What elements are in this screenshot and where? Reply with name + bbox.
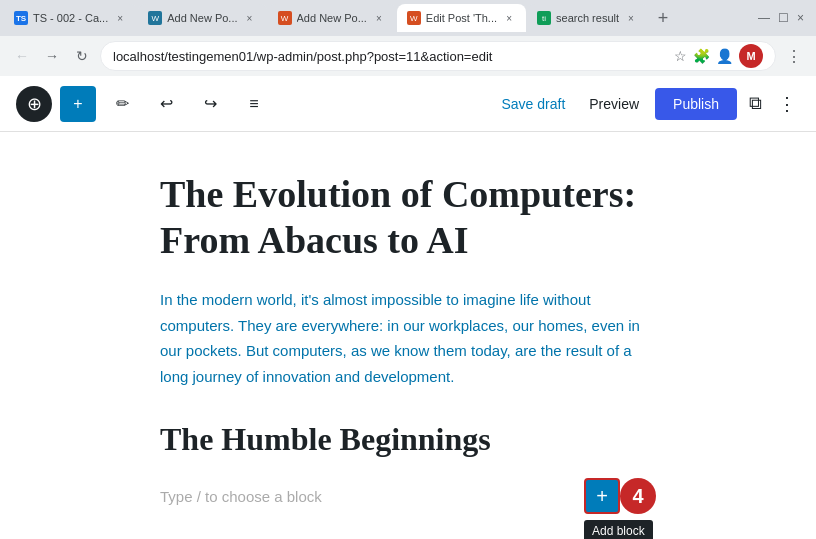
wp-toolbar: ⊕ + ✏ ↩ ↪ ≡ Save draft Preview Publish ⧉… <box>0 76 816 132</box>
url-icons: ☆ 🧩 👤 M <box>674 44 763 68</box>
list-icon: ≡ <box>249 95 258 113</box>
tab-addnew2[interactable]: W Add New Po... × <box>268 4 396 32</box>
undo-button[interactable]: ↩ <box>148 86 184 122</box>
post-title[interactable]: The Evolution of Computers: From Abacus … <box>160 172 656 263</box>
tab-search[interactable]: ti search result × <box>527 4 648 32</box>
block-placeholder[interactable]: Type / to choose a block <box>160 488 376 505</box>
save-draft-button[interactable]: Save draft <box>493 92 573 116</box>
reload-button[interactable]: ↻ <box>70 44 94 68</box>
add-block-toolbar-button[interactable]: + <box>60 86 96 122</box>
browser-menu-button[interactable]: ⋮ <box>782 47 806 66</box>
tab-favicon-wp2: W <box>278 11 292 25</box>
tab-label-editpost: Edit Post 'Th... <box>426 12 497 24</box>
tab-close-addnew1[interactable]: × <box>243 11 257 25</box>
editor-area: The Evolution of Computers: From Abacus … <box>0 132 816 539</box>
more-options-button[interactable]: ⋮ <box>774 89 800 119</box>
tab-ts002[interactable]: TS TS - 002 - Ca... × <box>4 4 137 32</box>
tab-close-addnew2[interactable]: × <box>372 11 386 25</box>
tab-close-editpost[interactable]: × <box>502 11 516 25</box>
address-bar: ← → ↻ localhost/testingemen01/wp-admin/p… <box>0 36 816 76</box>
tab-bar: TS TS - 002 - Ca... × W Add New Po... × … <box>0 0 816 36</box>
details-button[interactable]: ≡ <box>236 86 272 122</box>
add-block-tooltip: Add block <box>584 520 653 539</box>
edit-mode-button[interactable]: ✏ <box>104 86 140 122</box>
bookmark-icon[interactable]: ☆ <box>674 48 687 64</box>
tab-close-search[interactable]: × <box>624 11 638 25</box>
tab-favicon-edit: W <box>407 11 421 25</box>
tab-label-search: search result <box>556 12 619 24</box>
forward-button[interactable]: → <box>40 44 64 68</box>
minimize-icon[interactable]: — <box>758 11 770 25</box>
plus-icon: + <box>73 95 82 113</box>
url-bar[interactable]: localhost/testingemen01/wp-admin/post.ph… <box>100 41 776 71</box>
publish-button[interactable]: Publish <box>655 88 737 120</box>
tab-label-addnew1: Add New Po... <box>167 12 237 24</box>
tab-label-ts002: TS - 002 - Ca... <box>33 12 108 24</box>
tab-favicon-ts: TS <box>14 11 28 25</box>
tab-addnew1[interactable]: W Add New Po... × <box>138 4 266 32</box>
url-text: localhost/testingemen01/wp-admin/post.ph… <box>113 49 674 64</box>
tab-favicon-wp1: W <box>148 11 162 25</box>
window-controls: — ☐ × <box>758 11 812 25</box>
new-tab-button[interactable]: + <box>649 4 677 32</box>
view-toggle-button[interactable]: ⧉ <box>745 89 766 118</box>
undo-icon: ↩ <box>160 94 173 113</box>
profile-avatar[interactable]: M <box>739 44 763 68</box>
redo-icon: ↪ <box>204 94 217 113</box>
wp-logo[interactable]: ⊕ <box>16 86 52 122</box>
step-badge: 4 <box>620 478 656 514</box>
close-window-icon[interactable]: × <box>797 11 804 25</box>
tab-label-addnew2: Add New Po... <box>297 12 367 24</box>
tab-editpost[interactable]: W Edit Post 'Th... × <box>397 4 526 32</box>
profile-icon[interactable]: 👤 <box>716 48 733 64</box>
post-intro[interactable]: In the modern world, it's almost impossi… <box>160 287 656 389</box>
add-block-button[interactable]: + <box>584 478 620 514</box>
redo-button[interactable]: ↪ <box>192 86 228 122</box>
back-button[interactable]: ← <box>10 44 34 68</box>
tab-favicon-search: ti <box>537 11 551 25</box>
pencil-icon: ✏ <box>116 94 129 113</box>
toolbar-right: Save draft Preview Publish ⧉ ⋮ <box>493 88 800 120</box>
preview-button[interactable]: Preview <box>581 92 647 116</box>
section-heading[interactable]: The Humble Beginnings <box>160 421 656 458</box>
extensions-icon[interactable]: 🧩 <box>693 48 710 64</box>
maximize-icon[interactable]: ☐ <box>778 11 789 25</box>
tab-close-ts002[interactable]: × <box>113 11 127 25</box>
browser-chrome: TS TS - 002 - Ca... × W Add New Po... × … <box>0 0 816 76</box>
add-block-area: Type / to choose a block + 4 Add block <box>160 478 656 514</box>
